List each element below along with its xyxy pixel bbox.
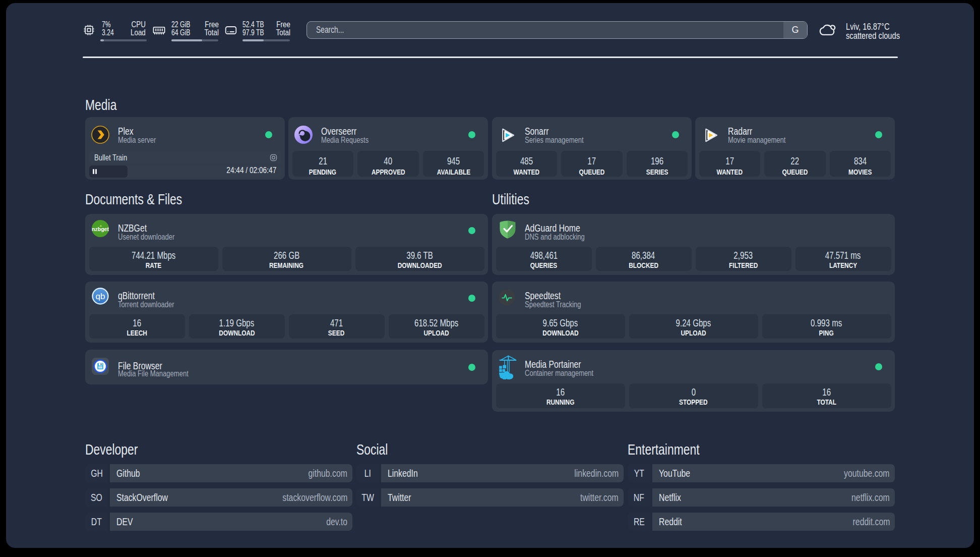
svg-text:qb: qb <box>96 292 105 301</box>
svg-text:nzbget: nzbget <box>92 226 109 232</box>
